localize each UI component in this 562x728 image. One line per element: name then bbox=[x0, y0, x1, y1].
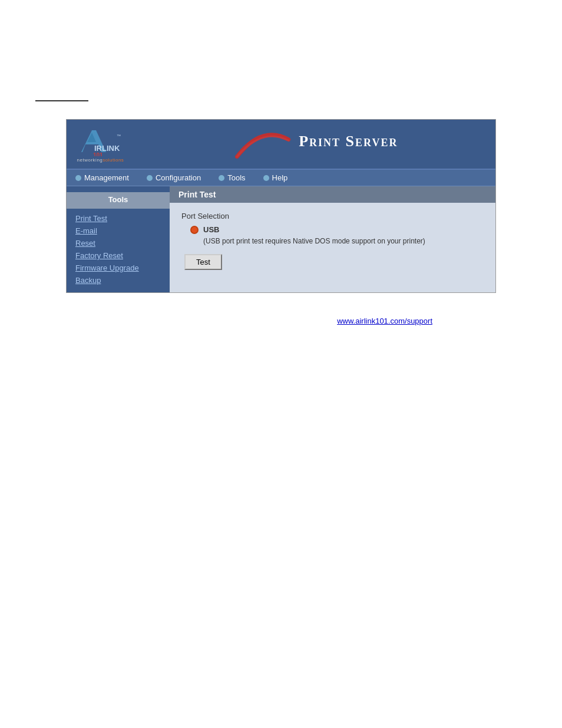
nav-dot-management bbox=[75, 175, 81, 181]
sidebar-print-test[interactable]: Print Test bbox=[67, 212, 170, 225]
nav-help[interactable]: Help bbox=[263, 173, 288, 182]
bottom-area: www.airlink101.com/support bbox=[35, 317, 527, 325]
nav-help-label: Help bbox=[272, 173, 288, 182]
port-selection-label: Port Selection bbox=[181, 212, 484, 220]
nav-configuration-label: Configuration bbox=[156, 173, 201, 182]
brand-title-area: Print Server bbox=[143, 130, 487, 159]
usb-label: USB bbox=[203, 225, 219, 234]
sidebar-title: Tools bbox=[67, 192, 170, 209]
nav-tools[interactable]: Tools bbox=[219, 173, 245, 182]
nav-bar: Management Configuration Tools Help bbox=[67, 170, 495, 186]
sidebar-backup[interactable]: Backup bbox=[67, 274, 170, 286]
svg-text:101: 101 bbox=[93, 152, 103, 156]
nav-dot-configuration bbox=[147, 175, 153, 181]
brand-title-text: Print Server bbox=[299, 133, 398, 150]
sidebar-factory-reset[interactable]: Factory Reset bbox=[67, 249, 170, 262]
usb-row: USB bbox=[190, 225, 484, 234]
nav-tools-label: Tools bbox=[227, 173, 245, 182]
tagline-networking: networking bbox=[77, 157, 103, 163]
usb-radio-button[interactable] bbox=[190, 226, 199, 234]
nav-dot-tools bbox=[219, 175, 224, 181]
tagline: networkingsolutions bbox=[77, 157, 124, 163]
airlink-logo-svg: IRLINK ™ 101 bbox=[75, 126, 125, 156]
nav-management[interactable]: Management bbox=[75, 173, 129, 182]
main-content: Print Test Port Selection USB (USB port … bbox=[170, 186, 495, 292]
panel-content: Tools Print Test E-mail Reset Factory Re… bbox=[67, 186, 495, 292]
test-button[interactable]: Test bbox=[184, 254, 222, 270]
content-body: Port Selection USB (USB port print test … bbox=[170, 203, 495, 279]
svg-text:™: ™ bbox=[117, 134, 121, 138]
sidebar-email[interactable]: E-mail bbox=[67, 225, 170, 237]
content-title: Print Test bbox=[170, 186, 495, 203]
brand-arc-svg bbox=[232, 130, 291, 159]
panel-header: IRLINK ™ 101 networkingsolutions Print S bbox=[67, 120, 495, 170]
nav-management-label: Management bbox=[84, 173, 129, 182]
nav-dot-help bbox=[263, 175, 269, 181]
sidebar-firmware-upgrade[interactable]: Firmware Upgrade bbox=[67, 262, 170, 274]
nav-configuration[interactable]: Configuration bbox=[147, 173, 201, 182]
page-wrapper: IRLINK ™ 101 networkingsolutions Print S bbox=[0, 0, 562, 728]
support-link[interactable]: www.airlink101.com/support bbox=[337, 317, 432, 325]
sidebar: Tools Print Test E-mail Reset Factory Re… bbox=[67, 186, 170, 292]
sidebar-reset[interactable]: Reset bbox=[67, 237, 170, 249]
logo-area: IRLINK ™ 101 networkingsolutions bbox=[75, 126, 125, 163]
usb-note: (USB port print test requires Native DOS… bbox=[203, 237, 484, 245]
top-divider bbox=[35, 100, 88, 101]
tagline-solutions: solutions bbox=[103, 157, 124, 163]
device-panel: IRLINK ™ 101 networkingsolutions Print S bbox=[66, 119, 496, 293]
svg-text:IRLINK: IRLINK bbox=[94, 144, 120, 153]
